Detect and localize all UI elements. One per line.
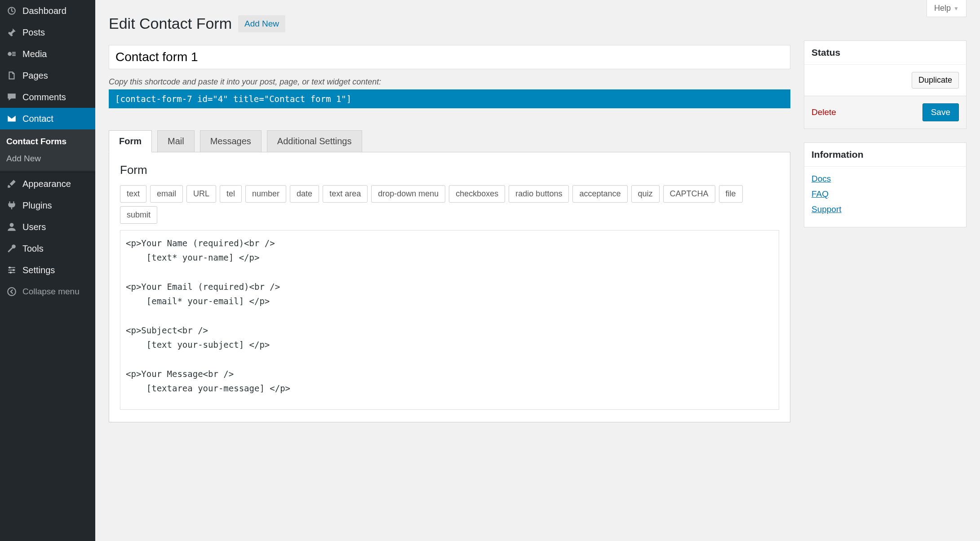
information-box: Information Docs FAQ Support: [804, 142, 967, 227]
form-template-textarea[interactable]: [120, 230, 779, 410]
sidebar-item-contact[interactable]: Contact: [0, 108, 95, 129]
info-link-faq[interactable]: FAQ: [811, 189, 959, 199]
user-icon: [5, 221, 18, 233]
sidebar-item-appearance[interactable]: Appearance: [0, 173, 95, 195]
tag-btn-submit[interactable]: submit: [120, 206, 157, 224]
collapse-label: Collapse menu: [22, 287, 80, 297]
sidebar-item-pages[interactable]: Pages: [0, 65, 95, 86]
form-panel-title: Form: [120, 163, 779, 177]
form-panel: Form text email URL tel number date text…: [109, 152, 790, 422]
collapse-menu-button[interactable]: Collapse menu: [0, 281, 95, 302]
tag-btn-tel[interactable]: tel: [220, 185, 242, 203]
form-title-input[interactable]: [109, 45, 790, 69]
tag-btn-date[interactable]: date: [290, 185, 319, 203]
sidebar-item-label: Settings: [22, 265, 55, 275]
save-button[interactable]: Save: [922, 103, 959, 121]
information-box-title: Information: [804, 143, 966, 167]
plug-icon: [5, 199, 18, 212]
tag-btn-checkboxes[interactable]: checkboxes: [449, 185, 505, 203]
sidebar-item-label: Contact: [22, 114, 53, 124]
svg-point-5: [8, 288, 16, 296]
sidebar-item-label: Comments: [22, 92, 66, 102]
tag-btn-textarea[interactable]: text area: [323, 185, 368, 203]
help-tab[interactable]: Help ▼: [927, 0, 967, 17]
sidebar-item-tools[interactable]: Tools: [0, 238, 95, 259]
chevron-down-icon: ▼: [953, 5, 959, 12]
sidebar-item-label: Posts: [22, 27, 45, 38]
shortcode-hint: Copy this shortcode and paste it into yo…: [109, 77, 790, 87]
help-label: Help: [934, 4, 951, 13]
tag-btn-file[interactable]: file: [719, 185, 743, 203]
media-icon: [5, 48, 18, 60]
sidebar-item-label: Pages: [22, 71, 48, 81]
tag-buttons-row: text email URL tel number date text area…: [120, 185, 779, 224]
sidebar-item-settings[interactable]: Settings: [0, 259, 95, 281]
submenu-item-add-new[interactable]: Add New: [0, 150, 95, 167]
info-link-support[interactable]: Support: [811, 204, 959, 214]
tag-btn-captcha[interactable]: CAPTCHA: [663, 185, 715, 203]
wrench-icon: [5, 242, 18, 255]
svg-point-0: [8, 52, 12, 56]
tag-btn-url[interactable]: URL: [186, 185, 216, 203]
sidebar-item-plugins[interactable]: Plugins: [0, 195, 95, 216]
pin-icon: [5, 26, 18, 39]
sidebar-item-label: Plugins: [22, 200, 52, 211]
dashboard-icon: [5, 4, 18, 17]
tabs: Form Mail Messages Additional Settings: [109, 130, 790, 152]
admin-sidebar: Dashboard Posts Media Pages Comments Con…: [0, 0, 95, 541]
sidebar-item-label: Dashboard: [22, 6, 67, 16]
sidebar-submenu: Contact Forms Add New: [0, 129, 95, 171]
tab-messages[interactable]: Messages: [200, 130, 262, 152]
tag-btn-number[interactable]: number: [245, 185, 286, 203]
svg-point-2: [9, 266, 10, 268]
sidebar-item-media[interactable]: Media: [0, 43, 95, 65]
comment-icon: [5, 91, 18, 103]
duplicate-button[interactable]: Duplicate: [912, 72, 959, 89]
sidebar-item-posts[interactable]: Posts: [0, 22, 95, 43]
tag-btn-dropdown[interactable]: drop-down menu: [371, 185, 445, 203]
tag-btn-email[interactable]: email: [150, 185, 183, 203]
sidebar-item-label: Tools: [22, 244, 44, 254]
svg-point-3: [13, 269, 14, 271]
pages-icon: [5, 69, 18, 82]
info-link-docs[interactable]: Docs: [811, 174, 959, 184]
mail-icon: [5, 112, 18, 125]
sidebar-item-label: Media: [22, 49, 47, 59]
sidebar-item-comments[interactable]: Comments: [0, 86, 95, 108]
collapse-icon: [5, 285, 18, 298]
svg-point-4: [10, 271, 12, 273]
status-box: Status Duplicate Delete Save: [804, 40, 967, 129]
sidebar-item-label: Appearance: [22, 179, 71, 189]
delete-link[interactable]: Delete: [811, 107, 836, 117]
sidebar-item-users[interactable]: Users: [0, 216, 95, 238]
page-title: Edit Contact Form: [109, 15, 232, 32]
shortcode-display[interactable]: [contact-form-7 id="4" title="Contact fo…: [109, 89, 790, 108]
brush-icon: [5, 177, 18, 190]
status-box-title: Status: [804, 41, 966, 65]
sliders-icon: [5, 264, 18, 276]
add-new-button[interactable]: Add New: [238, 15, 285, 32]
sidebar-item-label: Users: [22, 222, 46, 232]
sidebar-item-dashboard[interactable]: Dashboard: [0, 0, 95, 22]
tab-additional-settings[interactable]: Additional Settings: [267, 130, 362, 152]
tab-form[interactable]: Form: [109, 130, 152, 152]
tag-btn-acceptance[interactable]: acceptance: [572, 185, 627, 203]
tag-btn-radio[interactable]: radio buttons: [509, 185, 569, 203]
tab-mail[interactable]: Mail: [157, 130, 195, 152]
tag-btn-text[interactable]: text: [120, 185, 146, 203]
tag-btn-quiz[interactable]: quiz: [631, 185, 660, 203]
submenu-item-contact-forms[interactable]: Contact Forms: [0, 133, 95, 150]
svg-point-1: [10, 223, 14, 227]
